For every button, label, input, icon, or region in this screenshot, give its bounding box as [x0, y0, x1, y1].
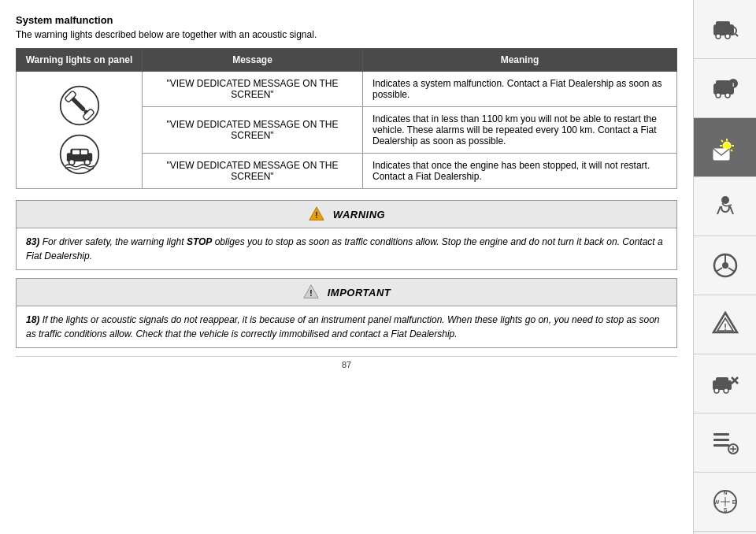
svg-line-37	[717, 206, 721, 214]
warning-table: Warning lights on panel Message Meaning	[16, 48, 677, 189]
map-compass-icon: N S W E	[710, 486, 741, 517]
wrench-icon	[58, 84, 101, 127]
svg-text:E: E	[732, 499, 736, 505]
sidebar-item-settings-list[interactable]	[694, 413, 756, 473]
svg-point-18	[716, 34, 721, 39]
table-header-message: Message	[143, 49, 363, 72]
sidebar-item-car-info[interactable]: i	[694, 59, 756, 118]
svg-line-42	[728, 268, 735, 272]
warning-box: ! WARNING 83) For driver safety, the war…	[16, 200, 677, 270]
svg-text:i: i	[732, 81, 733, 88]
car-search-icon	[710, 13, 741, 45]
svg-point-40	[722, 262, 728, 269]
section-title: System malfunction	[16, 14, 677, 26]
steering-wheel-icon	[710, 250, 741, 281]
sidebar-item-steering[interactable]	[694, 236, 756, 295]
svg-point-11	[84, 159, 90, 165]
person-seatbelt-icon	[710, 191, 741, 222]
breakdown-triangle-icon: !	[710, 309, 741, 340]
svg-point-19	[725, 34, 730, 39]
svg-text:W: W	[713, 499, 719, 505]
warning-body: 83) For driver safety, the warning light…	[17, 228, 676, 269]
important-body: 18) If the lights or acoustic signals do…	[17, 306, 676, 347]
water-flood-icon	[58, 133, 101, 176]
warning-header: ! WARNING	[17, 201, 676, 228]
important-text: If the lights or acoustic signals do not…	[26, 314, 660, 339]
svg-text:!: !	[724, 322, 727, 332]
warning-bold-text: STOP	[187, 236, 212, 247]
table-meaning-2: Indicates that in less than 1100 km you …	[363, 107, 677, 154]
svg-text:!: !	[309, 289, 312, 298]
icon-cell	[17, 72, 143, 189]
sidebar-item-map[interactable]: N S W E	[694, 473, 756, 532]
important-triangle-icon: !	[302, 284, 320, 301]
sidebar-item-breakdown[interactable]: !	[694, 295, 756, 354]
sidebar: i	[693, 0, 756, 534]
important-header-text: IMPORTANT	[328, 287, 391, 299]
table-meaning-1: Indicates a system malfunction. Contact …	[363, 72, 677, 107]
warning-triangle-icon: !	[308, 206, 325, 223]
warning-text-before: For driver safety, the warning light	[43, 236, 187, 247]
important-number: 18)	[26, 314, 39, 325]
svg-rect-54	[713, 439, 729, 441]
important-header: ! IMPORTANT	[17, 279, 676, 306]
svg-point-50	[724, 388, 728, 393]
car-info-icon: i	[710, 72, 741, 104]
svg-rect-9	[80, 150, 87, 154]
svg-text:!: !	[315, 211, 317, 220]
svg-line-43	[716, 268, 722, 272]
svg-rect-55	[713, 444, 729, 447]
svg-point-25	[725, 93, 730, 98]
page-number: 87	[16, 356, 677, 373]
svg-line-34	[731, 150, 732, 151]
table-message-1: "VIEW DEDICATED MESSAGE ON THE SCREEN"	[143, 72, 363, 107]
warning-number: 83)	[26, 236, 39, 247]
sidebar-item-car-search[interactable]	[694, 0, 756, 59]
table-message-2: "VIEW DEDICATED MESSAGE ON THE SCREEN"	[143, 107, 363, 154]
svg-point-24	[716, 93, 721, 98]
table-meaning-3: Indicates that once the engine has been …	[363, 154, 677, 189]
main-content: System malfunction The warning lights de…	[0, 0, 693, 534]
table-header-panel: Warning lights on panel	[17, 49, 143, 72]
svg-line-38	[730, 206, 733, 214]
car-tools-icon	[710, 368, 741, 399]
table-message-3: "VIEW DEDICATED MESSAGE ON THE SCREEN"	[143, 154, 363, 189]
svg-point-10	[69, 159, 74, 165]
svg-text:S: S	[723, 507, 727, 513]
warning-header-text: WARNING	[333, 209, 385, 221]
sidebar-item-warning-light[interactable]	[694, 118, 756, 177]
svg-point-49	[714, 388, 719, 393]
settings-list-icon	[710, 427, 741, 458]
svg-rect-17	[716, 21, 730, 28]
svg-line-33	[721, 140, 723, 142]
important-box: ! IMPORTANT 18) If the lights or acousti…	[16, 278, 677, 348]
svg-point-36	[721, 196, 729, 204]
section-subtitle: The warning lights described below are t…	[16, 29, 677, 40]
svg-rect-8	[72, 150, 80, 154]
svg-line-21	[736, 34, 738, 36]
sidebar-item-person[interactable]	[694, 177, 756, 236]
warning-light-active-icon	[710, 132, 741, 163]
svg-text:N: N	[723, 490, 727, 495]
svg-rect-23	[716, 80, 730, 87]
sidebar-item-car-tools[interactable]	[694, 354, 756, 413]
svg-rect-48	[716, 377, 728, 384]
table-row: "VIEW DEDICATED MESSAGE ON THE SCREEN" I…	[17, 72, 677, 107]
table-header-meaning: Meaning	[363, 49, 677, 72]
svg-rect-53	[713, 433, 729, 436]
